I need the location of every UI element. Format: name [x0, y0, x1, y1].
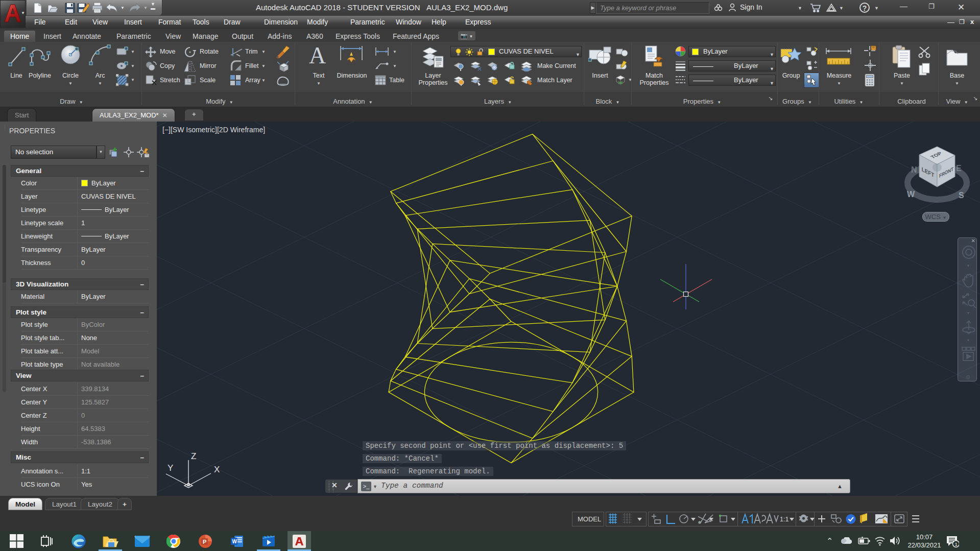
svg-text:E: E [956, 164, 962, 173]
svg-text:X: X [214, 465, 220, 474]
svg-text:W: W [232, 539, 237, 544]
svg-text:W: W [907, 190, 915, 199]
svg-text:S: S [959, 191, 964, 200]
svg-text:Z: Z [191, 451, 196, 461]
svg-text:N: N [911, 165, 917, 174]
svg-text:P: P [203, 539, 206, 545]
svg-text:1: 1 [955, 542, 958, 547]
svg-text:MODEL: MODEL [578, 515, 601, 523]
svg-text:1:1: 1:1 [780, 516, 788, 523]
svg-text:Y: Y [168, 463, 173, 473]
